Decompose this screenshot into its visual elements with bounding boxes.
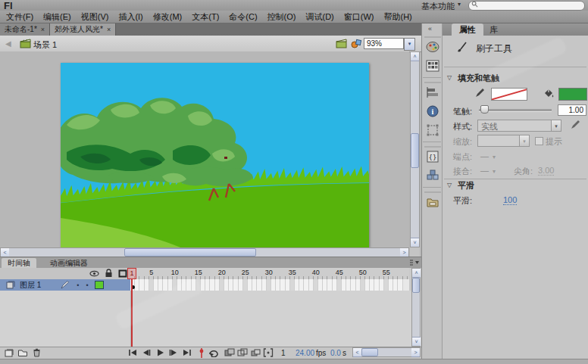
doc-tab-untitled[interactable]: 未命名-1* × [0,23,50,36]
menu-item-6[interactable]: 命令(C) [229,11,257,23]
edit-symbol-button[interactable] [351,39,362,48]
collapse-panels-icon[interactable]: « [428,25,432,33]
layer-outline-color-swatch[interactable] [95,281,104,289]
smoothing-value[interactable]: 100 [503,195,517,205]
style-label: 样式: [453,121,472,132]
frame-cell[interactable] [398,279,402,291]
tab-properties[interactable]: 属性 [452,23,483,36]
stroke-color-swatch[interactable] [491,88,527,101]
show-hide-eye-icon[interactable] [89,269,99,278]
zoom-level-input[interactable]: 93% [364,38,404,49]
info-panel-icon[interactable]: i [425,104,440,118]
section-collapse-icon[interactable]: ▽ [447,74,452,81]
fill-color-swatch[interactable] [558,88,587,101]
scene-breadcrumb[interactable]: 场景 1 [33,39,57,51]
menu-item-9[interactable]: 窗口(W) [344,11,374,23]
scroll-down-icon[interactable]: ˅ [411,238,419,247]
onion-skin-outlines-button[interactable] [237,348,248,357]
zoom-dropdown-arrow[interactable]: ▾ [404,38,415,51]
playhead-line[interactable] [131,279,133,347]
scroll-up-icon[interactable]: ˄ [412,269,421,278]
ruler-number: 25 [239,269,252,276]
menu-item-5[interactable]: 文本(T) [192,11,219,23]
fill-stroke-header[interactable]: 填充和笔触 [458,73,499,84]
menu-item-4[interactable]: 修改(M) [153,11,183,23]
scrollbar-thumb[interactable] [124,248,256,257]
swatches-panel-icon[interactable] [425,59,440,73]
timeline-empty-area[interactable] [0,291,421,347]
playhead[interactable]: 1 [127,268,136,279]
stroke-slider-track[interactable] [479,109,552,112]
menu-item-2[interactable]: 视图(V) [81,11,109,23]
step-back-button[interactable] [141,348,152,357]
edit-stroke-style-icon[interactable] [570,120,580,130]
menu-item-7[interactable]: 控制(O) [267,11,296,23]
stroke-slider-thumb[interactable] [480,105,489,114]
timeline-vertical-scrollbar[interactable]: ˄ ˅ [411,268,421,347]
menu-item-10[interactable]: 帮助(H) [384,11,412,23]
frame-rate-value[interactable]: 24.00 [296,349,314,357]
align-panel-icon[interactable] [425,86,440,99]
search-input[interactable] [468,1,585,11]
scale-dropdown-arrow: ▾ [519,135,530,147]
tab-library[interactable]: 库 [482,23,505,36]
back-arrow-icon[interactable]: ◀ [5,39,11,48]
layer-lock-dot[interactable]: • [86,282,89,289]
timeline-panel-menu-icon[interactable] [409,259,420,266]
scroll-right-icon[interactable]: > [411,348,420,357]
menu-item-3[interactable]: 插入(I) [118,11,142,23]
layer-row[interactable]: 图层 1 • • [0,279,130,291]
style-select[interactable]: 实线 [477,120,552,132]
tab-motion-editor[interactable]: 动画编辑器 [44,258,94,269]
onion-skin-button[interactable] [224,348,235,357]
project-panel-icon[interactable] [425,195,440,209]
timeline-ruler[interactable]: 510152025303540455055 [130,268,409,280]
edit-scene-button[interactable] [336,39,347,48]
color-panel-icon[interactable] [425,40,440,54]
lock-icon[interactable] [105,269,113,278]
transform-panel-icon[interactable] [425,123,440,137]
modify-markers-button[interactable] [263,348,274,357]
code-snippets-panel-icon[interactable]: {} [425,150,440,163]
tab-timeline[interactable]: 时间轴 [2,258,36,269]
new-layer-button[interactable] [4,348,14,357]
scroll-up-icon[interactable]: ˄ [411,52,419,61]
style-dropdown-arrow[interactable]: ▾ [551,120,561,132]
go-to-first-frame-button[interactable] [127,348,138,357]
scroll-down-icon[interactable]: ˅ [412,337,421,346]
doc-tab-scenery[interactable]: 郊外迷人风光* × [50,23,116,36]
go-to-last-frame-button[interactable] [182,348,192,357]
layer-name[interactable]: 图层 1 [20,280,41,291]
elapsed-time-value: 0.0 [330,349,341,357]
components-panel-icon[interactable] [425,169,440,182]
layer-visible-dot[interactable]: • [77,282,79,289]
smoothing-header[interactable]: 平滑 [458,180,474,191]
step-forward-button[interactable] [168,348,179,357]
scrollbar-thumb[interactable] [411,133,419,168]
stroke-weight-input[interactable]: 1.00 [558,104,586,116]
menu-item-8[interactable]: 调试(D) [306,11,334,23]
close-icon[interactable]: × [41,26,45,33]
pasteboard[interactable] [0,51,409,247]
section-collapse-icon[interactable]: ▽ [447,182,452,188]
outline-mode-icon[interactable] [118,269,127,278]
fill-bucket-icon [543,87,555,99]
play-button[interactable] [155,348,165,357]
close-icon[interactable]: × [107,26,111,33]
scroll-left-icon[interactable]: < [353,348,361,357]
search-icon [471,1,478,8]
divider [444,67,586,67]
scrollbar-thumb[interactable] [361,348,378,356]
new-folder-button[interactable] [17,348,28,357]
center-frame-button[interactable] [199,348,205,358]
stray-dot [224,157,227,159]
loop-playback-button[interactable] [208,348,220,357]
delete-layer-button[interactable] [33,348,41,357]
stage-canvas[interactable] [61,63,369,247]
scrollbar-thumb[interactable] [412,278,420,293]
menu-item-0[interactable]: 文件(F) [6,11,33,23]
edit-multiple-frames-button[interactable] [250,348,261,357]
menu-item-1[interactable]: 编辑(E) [43,11,71,23]
canvas-vertical-scrollbar[interactable]: ˄ ˅ [410,51,420,247]
timeline-horizontal-scrollbar[interactable]: < > [352,347,421,357]
